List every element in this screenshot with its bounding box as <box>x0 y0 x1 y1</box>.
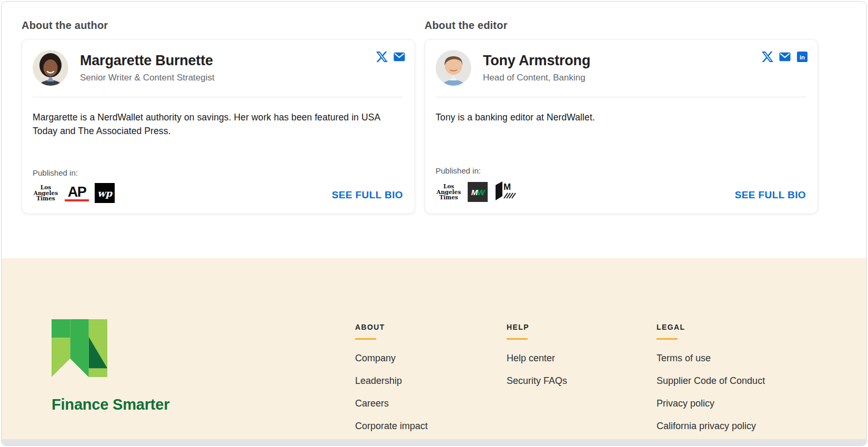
linkedin-icon[interactable]: in <box>796 51 808 63</box>
ap-logo-text: AP <box>68 185 86 199</box>
la-times-logo: Los Angeles Times <box>436 184 462 200</box>
published-in-label: Published in: <box>436 166 519 175</box>
associated-press-logo: AP <box>65 185 89 201</box>
card-divider <box>436 97 806 97</box>
editor-card: Tony Armstrong Head of Content, Banking … <box>425 39 818 214</box>
washington-post-logo: wp <box>95 183 115 203</box>
author-name: Margarette Burnette <box>80 53 215 69</box>
footer-brand: Finance Smarter <box>52 319 355 440</box>
footer-link-company[interactable]: Company <box>355 353 396 363</box>
footer-link-leadership[interactable]: Leadership <box>355 375 402 386</box>
la-times-logo-line: Times <box>33 196 59 201</box>
editor-section: About the editor <box>425 19 818 214</box>
footer-column-about: ABOUT Company Leadership Careers Corpora… <box>355 319 507 440</box>
editor-role: Head of Content, Banking <box>483 73 590 83</box>
author-identity: Margarette Burnette Senior Writer & Cont… <box>80 53 215 83</box>
footer-link-terms-of-use[interactable]: Terms of use <box>657 353 711 363</box>
editor-name: Tony Armstrong <box>483 53 590 69</box>
footer-link-supplier-code[interactable]: Supplier Code of Conduct <box>657 375 765 386</box>
marketplace-logo-m: M <box>503 182 511 192</box>
editor-identity: Tony Armstrong Head of Content, Banking <box>483 53 590 83</box>
marketwatch-logo: M W <box>468 182 488 202</box>
editor-social-links: in <box>762 51 808 63</box>
column-accent-underline <box>507 338 528 340</box>
footer-column-header: ABOUT <box>355 323 507 331</box>
bio-section: About the author <box>2 2 866 258</box>
author-avatar <box>33 50 68 86</box>
author-role: Senior Writer & Content Strategist <box>80 73 215 83</box>
editor-section-title: About the editor <box>425 19 818 32</box>
site-footer: Finance Smarter ABOUT Company Leadership… <box>2 258 866 440</box>
author-see-full-bio-link[interactable]: SEE FULL BIO <box>332 189 403 203</box>
la-times-logo: Los Angeles Times <box>33 185 59 201</box>
nerdwallet-logo <box>52 319 355 382</box>
editor-see-full-bio-link[interactable]: SEE FULL BIO <box>735 189 806 203</box>
author-social-links <box>376 51 405 63</box>
footer-link-corporate-impact[interactable]: Corporate impact <box>355 421 428 431</box>
card-divider <box>33 97 403 97</box>
published-in-label: Published in: <box>33 168 115 177</box>
footer-link-security-faqs[interactable]: Security FAQs <box>507 375 567 386</box>
author-card: Margarette Burnette Senior Writer & Cont… <box>22 39 415 214</box>
author-bio: Margarette is a NerdWallet authority on … <box>33 111 384 138</box>
svg-text:in: in <box>800 54 805 60</box>
la-times-logo-line: Times <box>436 195 462 200</box>
author-section-title: About the author <box>22 19 415 32</box>
footer-link-california-privacy[interactable]: California privacy policy <box>657 421 756 431</box>
footer-column-help: HELP Help center Security FAQs <box>507 319 657 440</box>
column-accent-underline <box>355 338 376 340</box>
column-accent-underline <box>657 338 678 340</box>
marketwatch-logo-m: M <box>471 188 478 197</box>
marketwatch-logo-w: W <box>477 188 484 197</box>
footer-link-help-center[interactable]: Help center <box>507 353 555 363</box>
author-publications: Published in: Los Angeles Times AP <box>33 168 115 203</box>
marketplace-logo: M <box>493 181 519 203</box>
wp-logo-text: wp <box>97 188 112 199</box>
editor-avatar <box>436 50 471 86</box>
footer-link-careers[interactable]: Careers <box>355 398 389 409</box>
email-icon[interactable] <box>393 51 405 63</box>
footer-column-header: LEGAL <box>657 323 835 331</box>
footer-link-privacy-policy[interactable]: Privacy policy <box>657 398 714 409</box>
footer-column-header: HELP <box>507 323 657 331</box>
editor-publications: Published in: Los Angeles Times M W <box>436 166 519 203</box>
footer-column-legal: LEGAL Terms of use Supplier Code of Cond… <box>657 319 835 440</box>
page: About the author <box>1 1 867 446</box>
email-icon[interactable] <box>779 51 791 63</box>
editor-bio: Tony is a banking editor at NerdWallet. <box>436 111 787 125</box>
ap-logo-red-bar <box>65 199 89 201</box>
page-bottom-edge <box>2 439 866 445</box>
author-section: About the author <box>22 19 415 214</box>
x-twitter-icon[interactable] <box>376 51 388 63</box>
x-twitter-icon[interactable] <box>762 51 773 63</box>
brand-tagline: Finance Smarter <box>52 396 355 413</box>
